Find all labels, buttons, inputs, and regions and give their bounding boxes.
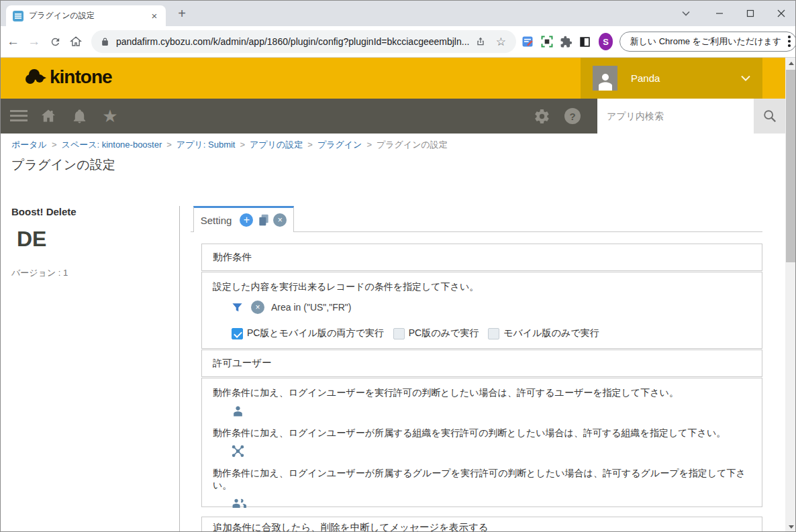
address-bar[interactable]: pandafirm.cybozu.com/k/admin/app/1860/pl… bbox=[91, 30, 517, 53]
checkbox-mobile-only-box[interactable] bbox=[488, 328, 499, 339]
breadcrumb-portal[interactable]: ポータル bbox=[11, 140, 47, 150]
add-tab-icon[interactable]: + bbox=[240, 213, 253, 227]
user-avatar bbox=[593, 66, 617, 91]
kintone-logo-text: kintone bbox=[50, 66, 112, 88]
maximize-button[interactable] bbox=[735, 1, 766, 26]
filter-funnel-icon[interactable] bbox=[232, 302, 243, 313]
sidebar-divider bbox=[179, 206, 180, 532]
condition-instruction: 設定した内容を実行出来るレコードの条件を指定して下さい。 bbox=[213, 281, 751, 293]
page-favicon-icon bbox=[13, 11, 23, 21]
kintone-header: kintone Panda bbox=[1, 58, 785, 99]
scrollbar-thumb[interactable] bbox=[786, 70, 796, 262]
condition-section-title: 動作条件 bbox=[202, 244, 762, 272]
url-text[interactable]: pandafirm.cybozu.com/k/admin/app/1860/pl… bbox=[116, 36, 470, 47]
home-button[interactable] bbox=[68, 32, 85, 52]
delete-tab-icon[interactable]: × bbox=[273, 213, 287, 227]
allowed-user-instruction: 動作条件に加え、ログインユーザーを実行許可の判断としたい場合は、許可するユーザー… bbox=[213, 387, 751, 399]
global-nav-bar: ★ ? bbox=[1, 99, 785, 134]
breadcrumb-separator: > bbox=[307, 140, 313, 150]
allowed-users-section-body: 動作条件に加え、ログインユーザーを実行許可の判断としたい場合は、許可するユーザー… bbox=[201, 378, 762, 507]
breadcrumb-current: プラグインの設定 bbox=[377, 140, 448, 150]
clear-filter-icon[interactable]: × bbox=[251, 301, 264, 314]
checkbox-pc-only-box[interactable] bbox=[393, 328, 405, 339]
condition-section-header: 動作条件 bbox=[201, 244, 762, 271]
tab-setting[interactable]: Setting + × bbox=[193, 206, 294, 232]
close-button[interactable] bbox=[766, 1, 796, 26]
search-magnifier-icon bbox=[762, 109, 777, 123]
browser-tab[interactable]: プラグインの設定 × bbox=[6, 5, 166, 26]
forward-button[interactable]: → bbox=[26, 32, 42, 52]
user-name: Panda bbox=[631, 72, 741, 84]
tab-title: プラグインの設定 bbox=[29, 10, 148, 21]
breadcrumb-app-settings[interactable]: アプリの設定 bbox=[250, 140, 303, 150]
extensions-puzzle-icon[interactable] bbox=[558, 32, 575, 51]
organization-icon bbox=[232, 445, 244, 458]
app-search-button[interactable] bbox=[754, 99, 785, 134]
chrome-update-notice-label: 新しい Chrome をご利用いただけます bbox=[630, 36, 781, 48]
checkbox-mobile-only[interactable]: モバイル版のみで実行 bbox=[488, 327, 599, 339]
filter-condition-row: × Area in ("US","FR") bbox=[232, 301, 751, 314]
scroll-down-arrow[interactable] bbox=[785, 521, 796, 532]
allowed-users-section-header: 許可ユーザー bbox=[201, 350, 762, 377]
extension-doc-edit-icon[interactable] bbox=[519, 32, 536, 51]
settings-gear-icon[interactable] bbox=[532, 106, 552, 126]
tab-setting-label: Setting bbox=[201, 215, 232, 226]
checkbox-pc-only-label: PC版のみで実行 bbox=[409, 327, 479, 339]
browser-titlebar: プラグインの設定 × + bbox=[1, 1, 796, 26]
select-user-button[interactable] bbox=[232, 403, 751, 418]
help-question-icon[interactable]: ? bbox=[562, 106, 583, 126]
execution-mode-row: PC版とモバイル版の両方で実行 PC版のみで実行 モバイル版のみで実行 bbox=[232, 327, 751, 339]
allowed-users-section-title: 許可ユーザー bbox=[202, 350, 762, 378]
chrome-menu-icon[interactable] bbox=[788, 36, 791, 48]
copy-tab-icon[interactable] bbox=[257, 213, 270, 227]
checkbox-both-pc-mobile-box[interactable] bbox=[232, 328, 243, 339]
minimize-button[interactable] bbox=[704, 1, 735, 26]
scroll-up-arrow[interactable] bbox=[785, 58, 796, 69]
plugin-abbreviation: DE bbox=[17, 227, 46, 252]
favorites-star-icon[interactable]: ★ bbox=[100, 106, 120, 126]
user-menu[interactable]: Panda bbox=[581, 58, 762, 99]
browser-scrollbar[interactable] bbox=[785, 58, 796, 532]
breadcrumb-separator: > bbox=[166, 140, 172, 150]
new-tab-button[interactable]: + bbox=[174, 6, 190, 22]
checkbox-pc-only[interactable]: PC版のみで実行 bbox=[393, 327, 479, 339]
page-viewport: kintone Panda ★ ? ポータル>スペース: kintone-boo bbox=[1, 58, 796, 532]
user-icon bbox=[232, 405, 244, 417]
filter-expression: Area in ("US","FR") bbox=[271, 302, 351, 313]
extension-sidebar-icon[interactable] bbox=[577, 32, 593, 51]
tab-close-icon[interactable]: × bbox=[148, 10, 160, 22]
app-search-input[interactable] bbox=[597, 99, 754, 134]
breadcrumb: ポータル>スペース: kintone-booster>アプリ: Submit>ア… bbox=[11, 139, 448, 151]
extension-capture-icon[interactable] bbox=[539, 32, 555, 51]
tab-search-chevron-icon[interactable] bbox=[677, 5, 695, 22]
chrome-update-notice-button[interactable]: 新しい Chrome をご利用いただけます bbox=[619, 32, 796, 52]
user-menu-chevron-icon bbox=[741, 75, 750, 81]
window-controls bbox=[704, 1, 796, 26]
breadcrumb-app[interactable]: アプリ: Submit bbox=[177, 140, 236, 150]
select-organization-button[interactable] bbox=[232, 443, 751, 458]
breadcrumb-separator: > bbox=[240, 140, 245, 150]
plugin-name: Boost! Delete bbox=[11, 206, 77, 217]
checkbox-mobile-only-label: モバイル版のみで実行 bbox=[503, 327, 599, 339]
allowed-org-instruction: 動作条件に加え、ログインユーザーが所属する組織を実行許可の判断としたい場合は、許… bbox=[213, 427, 751, 439]
checkbox-both-pc-mobile[interactable]: PC版とモバイル版の両方で実行 bbox=[232, 327, 384, 339]
select-group-button[interactable] bbox=[232, 496, 751, 511]
kintone-logo[interactable]: kintone bbox=[23, 66, 112, 88]
user-avatar-icon bbox=[595, 70, 615, 91]
page-title: プラグインの設定 bbox=[11, 156, 115, 174]
reload-button[interactable] bbox=[46, 32, 63, 52]
notifications-bell-icon[interactable] bbox=[69, 106, 89, 126]
breadcrumb-space[interactable]: スペース: kintone-booster bbox=[62, 140, 162, 150]
allowed-group-instruction: 動作条件に加え、ログインユーザーが所属するグループを実行許可の判断としたい場合は… bbox=[213, 468, 751, 492]
chrome-profile-avatar[interactable]: S bbox=[599, 33, 613, 50]
breadcrumb-separator: > bbox=[366, 140, 372, 150]
abort-message-section-title: 追加条件に合致したら、削除を中断してメッセージを表示する bbox=[202, 517, 762, 532]
plugin-version: バージョン : 1 bbox=[11, 267, 68, 279]
share-icon[interactable] bbox=[472, 33, 489, 50]
back-button[interactable]: ← bbox=[5, 32, 21, 52]
hamburger-menu-icon[interactable] bbox=[10, 109, 28, 123]
breadcrumb-plugin[interactable]: プラグイン bbox=[317, 140, 362, 150]
home-nav-icon[interactable] bbox=[38, 106, 58, 126]
bookmark-star-icon[interactable]: ☆ bbox=[492, 33, 509, 50]
abort-message-section-header: 追加条件に合致したら、削除を中断してメッセージを表示する bbox=[201, 517, 762, 532]
